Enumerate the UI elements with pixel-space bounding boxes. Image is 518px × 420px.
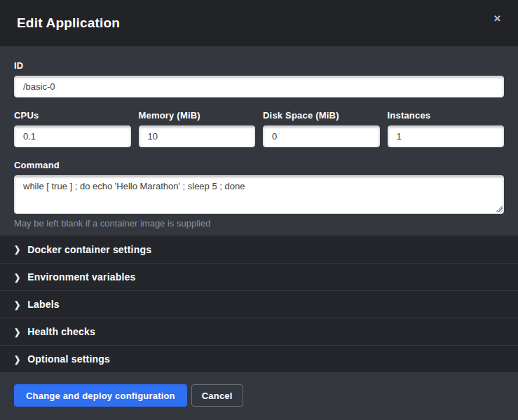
change-and-deploy-button[interactable]: Change and deploy configuration	[14, 384, 187, 407]
disk-space-label: Disk Space (MiB)	[263, 110, 380, 121]
memory-field-group: Memory (MiB)	[139, 110, 256, 147]
instances-label: Instances	[388, 110, 505, 121]
chevron-right-icon: ❯	[14, 327, 20, 337]
memory-label: Memory (MiB)	[139, 110, 256, 121]
section-environment-variables[interactable]: ❯ Environment variables	[0, 263, 518, 290]
edit-application-modal: Edit Application ✕ ID CPUs Memory (MiB) …	[0, 0, 518, 420]
instances-input[interactable]	[388, 126, 505, 147]
chevron-right-icon: ❯	[14, 299, 20, 310]
memory-input[interactable]	[139, 126, 256, 147]
chevron-right-icon: ❯	[14, 272, 20, 283]
command-label: Command	[14, 160, 504, 170]
modal-title: Edit Application	[17, 15, 120, 31]
accordion-sections: ❯ Docker container settings ❯ Environmen…	[0, 236, 518, 372]
section-label: Environment variables	[27, 271, 135, 283]
command-textarea-wrap: while [ true ] ; do echo 'Hello Marathon…	[14, 175, 504, 214]
chevron-right-icon: ❯	[14, 244, 20, 255]
edit-application-form: ID CPUs Memory (MiB) Disk Space (MiB) In…	[0, 46, 518, 236]
modal-header: Edit Application ✕	[0, 0, 518, 46]
disk-space-input[interactable]	[263, 126, 380, 147]
section-label: Health checks	[27, 326, 95, 337]
id-field-group: ID	[14, 60, 504, 97]
command-field-group: Command while [ true ] ; do echo 'Hello …	[14, 160, 504, 229]
instances-field-group: Instances	[388, 110, 505, 147]
section-labels[interactable]: ❯ Labels	[0, 290, 518, 318]
close-icon[interactable]: ✕	[491, 11, 504, 26]
resources-row: CPUs Memory (MiB) Disk Space (MiB) Insta…	[14, 110, 504, 147]
command-help-text: May be left blank if a container image i…	[14, 218, 504, 229]
section-label: Docker container settings	[27, 244, 151, 255]
disk-space-field-group: Disk Space (MiB)	[263, 110, 380, 147]
chevron-right-icon: ❯	[14, 354, 20, 365]
modal-footer: Change and deploy configuration Cancel	[0, 372, 518, 420]
cpus-input[interactable]	[14, 126, 131, 147]
section-health-checks[interactable]: ❯ Health checks	[0, 318, 518, 345]
cpus-label: CPUs	[14, 110, 131, 121]
cancel-button[interactable]: Cancel	[191, 384, 243, 407]
section-label: Labels	[27, 299, 60, 310]
id-input[interactable]	[14, 76, 504, 97]
section-optional-settings[interactable]: ❯ Optional settings	[0, 345, 518, 372]
section-label: Optional settings	[27, 353, 110, 365]
cpus-field-group: CPUs	[14, 110, 131, 147]
command-textarea[interactable]: while [ true ] ; do echo 'Hello Marathon…	[14, 175, 504, 214]
id-label: ID	[14, 60, 504, 71]
section-docker-container-settings[interactable]: ❯ Docker container settings	[0, 236, 518, 263]
